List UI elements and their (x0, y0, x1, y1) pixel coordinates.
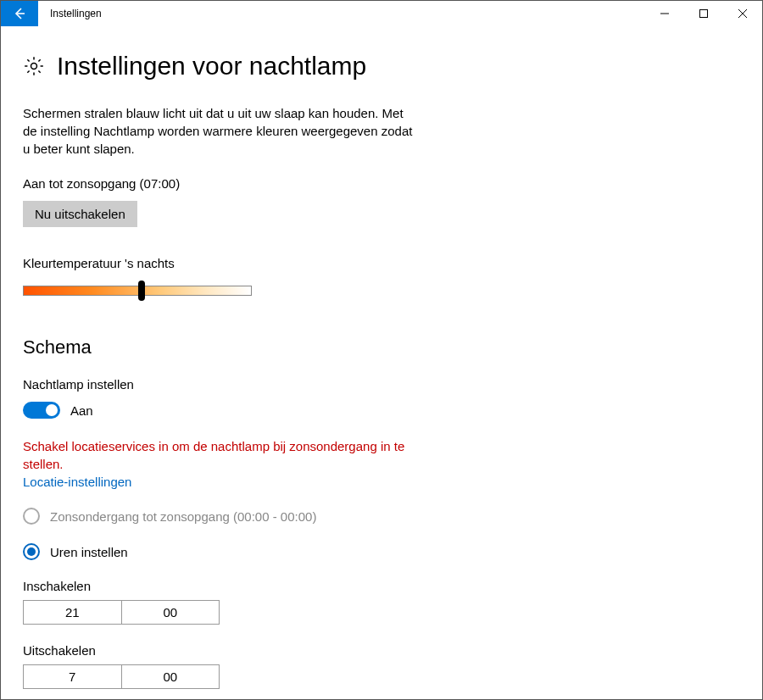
turn-on-hour[interactable]: 21 (24, 601, 121, 624)
titlebar: Instellingen (1, 1, 762, 26)
disable-now-button[interactable]: Nu uitschakelen (23, 201, 137, 227)
location-warning: Schakel locatieservices in om de nachtla… (23, 437, 413, 473)
turn-on-label: Inschakelen (23, 579, 740, 593)
radio-hours-row[interactable]: Uren instellen (23, 543, 740, 560)
toggle-knob (46, 404, 58, 416)
radio-hours-label: Uren instellen (50, 545, 128, 559)
page-header: Instellingen voor nachtlamp (23, 52, 740, 81)
minimize-icon (660, 9, 669, 18)
turn-off-minute[interactable]: 00 (121, 665, 220, 688)
maximize-icon (699, 9, 708, 18)
page-description: Schermen stralen blauw licht uit dat u u… (23, 104, 413, 158)
maximize-button[interactable] (684, 1, 723, 26)
close-icon (738, 9, 747, 18)
radio-sunset-row[interactable]: Zonsondergang tot zonsopgang (00:00 - 00… (23, 508, 740, 525)
night-light-toggle[interactable] (23, 402, 60, 419)
schema-heading: Schema (23, 336, 740, 358)
temperature-label: Kleurtemperatuur 's nachts (23, 256, 740, 270)
turn-on-minute[interactable]: 00 (121, 601, 220, 624)
window-controls (645, 1, 762, 26)
arrow-left-icon (13, 7, 26, 20)
status-text: Aan tot zonsopgang (07:00) (23, 176, 740, 191)
toggle-state: Aan (70, 403, 93, 418)
svg-rect-2 (700, 10, 708, 18)
radio-hours[interactable] (23, 543, 40, 560)
back-button[interactable] (1, 1, 38, 26)
gear-icon (23, 55, 45, 77)
turn-off-hour[interactable]: 7 (24, 665, 121, 688)
svg-point-5 (31, 64, 37, 69)
page-title: Instellingen voor nachtlamp (57, 52, 366, 81)
night-light-toggle-row: Aan (23, 402, 740, 419)
toggle-label: Nachtlamp instellen (23, 377, 740, 392)
minimize-button[interactable] (645, 1, 684, 26)
app-title: Instellingen (38, 1, 114, 26)
titlebar-spacer (114, 1, 645, 26)
color-temperature-slider[interactable] (23, 281, 252, 301)
close-button[interactable] (723, 1, 762, 26)
slider-thumb[interactable] (138, 281, 145, 301)
turn-on-time-picker: 21 00 (23, 600, 220, 625)
turn-off-time-picker: 7 00 (23, 664, 220, 689)
turn-off-label: Uitschakelen (23, 643, 740, 658)
location-settings-link[interactable]: Locatie-instellingen (23, 475, 131, 489)
radio-sunset-label: Zonsondergang tot zonsopgang (00:00 - 00… (50, 509, 316, 524)
slider-track (23, 286, 252, 296)
radio-sunset (23, 508, 40, 525)
content: Instellingen voor nachtlamp Schermen str… (1, 26, 762, 689)
